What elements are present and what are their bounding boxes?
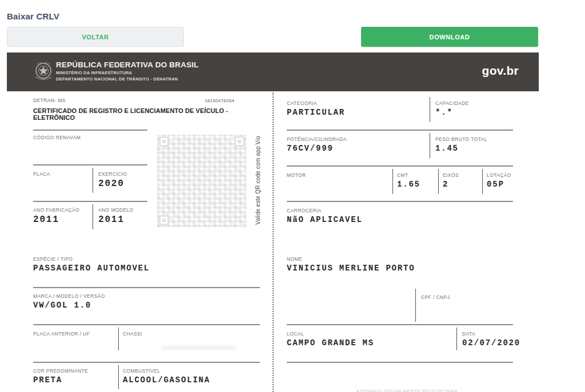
document-number: 18150476264 <box>205 98 234 103</box>
document-title: CERTIFICADO DE REGISTRO E LICENCIAMENTO … <box>33 107 267 121</box>
digital-signature-note: ASSINADO DIGITALMENTE PELO DETRAN <box>341 389 472 392</box>
field-cmt: CMT 1.65 <box>397 172 420 189</box>
field-ano-fabricacao-label: ANO FABRICAÇÃO <box>33 207 79 213</box>
field-marca-modelo-versao-value: VW/GOL 1.0 <box>33 301 105 310</box>
field-exercicio: EXERCÍCIO 2020 <box>98 171 127 189</box>
field-capacidade-label: CAPACIDADE <box>435 100 469 106</box>
divider-line <box>287 362 513 363</box>
qr-eye-icon <box>159 136 169 147</box>
download-button[interactable]: DOWNLOAD <box>361 27 538 47</box>
qr-code-icon <box>157 135 246 227</box>
field-cor-predominante-value: PRETA <box>33 375 88 385</box>
gov-header-text: REPÚBLICA FEDERATIVA DO BRASIL MINISTÉRI… <box>56 60 199 82</box>
issuer-label: DETRAN- MS <box>33 98 66 103</box>
qr-eye-icon <box>234 136 245 147</box>
field-chassi: CHASSI <box>123 331 142 338</box>
page-title: Baixar CRLV <box>7 11 59 21</box>
field-peso-bruto-total-label: PESO BRUTO TOTAL <box>435 136 487 142</box>
field-local-value: CAMPO GRANDE MS <box>287 338 374 347</box>
department-subtitle: DEPARTAMENTO NACIONAL DE TRÂNSITO - DENA… <box>56 76 199 82</box>
field-codigo-renavam: CÓDIGO RENAVAM <box>33 135 81 142</box>
baixar-crlv-page: Baixar CRLV VOLTAR DOWNLOAD REPÚBLICA FE… <box>0 0 585 392</box>
field-especie-tipo: ESPÉCIE / TIPO PASSAGEIRO AUTOMOVEL <box>33 256 150 273</box>
field-lotacao: LOTAÇÃO 05P <box>487 172 511 189</box>
field-peso-bruto-total-value: 1.45 <box>435 144 487 153</box>
field-potencia-cilindrada-value: 76CV/999 <box>287 144 347 153</box>
field-potencia-cilindrada: POTÊNCIA/CILINDRADA 76CV/999 <box>287 136 347 153</box>
qr-caption: Valide este QR code com app Vio <box>255 131 263 229</box>
ministry-subtitle: MINISTÉRIO DA INFRAESTRUTURA <box>56 70 199 75</box>
crlv-document: DETRAN- MS 18150476264 CERTIFICADO DE RE… <box>7 91 539 392</box>
field-motor: MOTOR <box>287 172 306 180</box>
field-ano-modelo: ANO MODELO 2011 <box>98 207 134 225</box>
divider-line <box>118 328 119 350</box>
divider-line <box>438 169 439 194</box>
field-motor-label: MOTOR <box>287 172 306 178</box>
field-placa-anterior-uf-label: PLACA ANTERIOR / UF <box>33 331 90 337</box>
field-capacidade: CAPACIDADE *.* <box>435 100 469 117</box>
field-combustivel-label: COMBUSTÍVEL <box>123 368 210 374</box>
field-nome-label: NOME <box>287 256 415 262</box>
field-codigo-renavam-label: CÓDIGO RENAVAM <box>33 135 81 140</box>
field-cpf-cnpj-label: CPF / CNPJ <box>421 294 450 300</box>
field-especie-tipo-value: PASSAGEIRO AUTOMOVEL <box>33 264 150 273</box>
field-potencia-cilindrada-label: POTÊNCIA/CILINDRADA <box>287 136 347 142</box>
voltar-button[interactable]: VOLTAR <box>7 27 184 47</box>
divider-line <box>33 287 260 288</box>
field-cpf-cnpj: CPF / CNPJ <box>421 294 450 302</box>
divider-line <box>392 169 393 194</box>
brasil-coat-of-arms-icon <box>33 60 54 86</box>
divider-line <box>287 130 513 131</box>
divider-line <box>33 324 260 325</box>
divider-line <box>287 201 513 202</box>
field-categoria-label: CATEGORIA <box>287 100 345 106</box>
field-marca-modelo-versao: MARCA / MODELO / VERSÃO VW/GOL 1.0 <box>33 293 105 310</box>
field-data: DATA 02/07/2020 <box>462 331 520 347</box>
divider-line <box>93 168 93 193</box>
govbr-logo: gov.br <box>482 64 519 78</box>
field-lotacao-value: 05P <box>487 180 511 189</box>
field-cmt-label: CMT <box>397 172 420 178</box>
qr-eye-icon <box>159 215 169 225</box>
field-ano-modelo-value: 2011 <box>98 215 134 225</box>
divider-line <box>33 201 147 202</box>
field-categoria-value: PARTICULAR <box>287 108 345 117</box>
field-chassi-label: CHASSI <box>123 331 142 337</box>
field-cmt-value: 1.65 <box>397 180 420 189</box>
divider-line <box>482 169 483 194</box>
field-peso-bruto-total: PESO BRUTO TOTAL 1.45 <box>435 136 487 153</box>
divider-line <box>33 362 260 363</box>
field-ano-fabricacao: ANO FABRICAÇÃO 2011 <box>33 207 79 225</box>
field-carroceria-label: CARROCERIA <box>287 208 363 213</box>
divider-line <box>287 324 513 325</box>
field-data-value: 02/07/2020 <box>462 338 520 347</box>
field-ano-fabricacao-value: 2011 <box>33 215 79 225</box>
field-exercicio-label: EXERCÍCIO <box>98 171 127 177</box>
field-cor-predominante: COR PREDOMINANTE PRETA <box>33 368 88 385</box>
field-cor-predominante-label: COR PREDOMINANTE <box>33 368 88 374</box>
divider-line <box>33 164 147 165</box>
divider-line <box>430 97 430 122</box>
divider-line <box>93 204 93 229</box>
field-eixos-label: EIXOS <box>443 172 459 178</box>
divider-line <box>33 130 147 131</box>
field-capacidade-value: *.* <box>435 108 469 117</box>
field-ano-modelo-label: ANO MODELO <box>98 207 134 213</box>
field-local-label: LOCAL <box>287 331 374 337</box>
chassi-redacted-value <box>161 346 235 349</box>
field-placa: PLACA <box>33 171 50 179</box>
field-nome-value: VINICIUS MERLINE PORTO <box>287 264 415 273</box>
field-placa-label: PLACA <box>33 171 50 177</box>
field-combustivel: COMBUSTÍVEL ALCOOL/GASOLINA <box>123 368 210 385</box>
field-categoria: CATEGORIA PARTICULAR <box>287 100 345 117</box>
field-eixos-value: 2 <box>443 180 459 189</box>
gov-header: REPÚBLICA FEDERATIVA DO BRASIL MINISTÉRI… <box>7 52 539 91</box>
field-nome: NOME VINICIUS MERLINE PORTO <box>287 256 415 273</box>
divider-line <box>456 328 457 350</box>
divider-line <box>118 365 119 389</box>
field-carroceria: CARROCERIA NãO APLICAVEL <box>287 208 363 224</box>
field-local: LOCAL CAMPO GRANDE MS <box>287 331 374 347</box>
divider-line <box>430 133 430 158</box>
field-marca-modelo-versao-label: MARCA / MODELO / VERSÃO <box>33 293 105 299</box>
field-exercicio-value: 2020 <box>98 179 127 189</box>
